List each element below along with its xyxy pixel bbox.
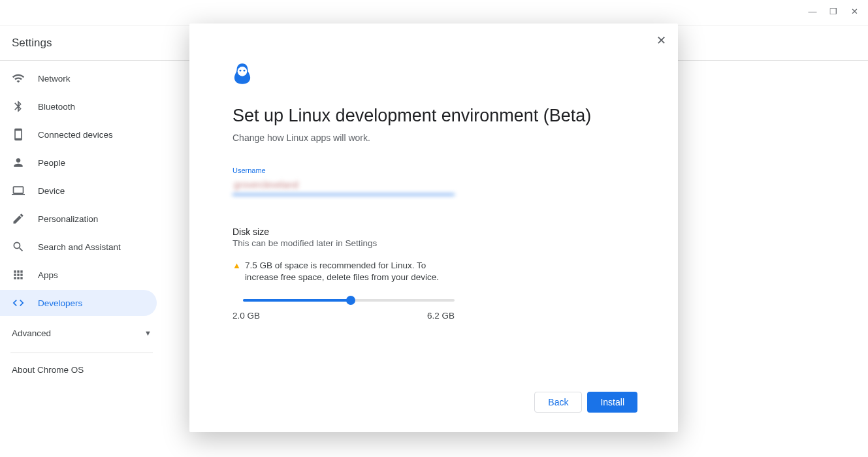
sidebar-divider <box>10 353 153 353</box>
devices-icon <box>12 128 25 141</box>
sidebar-item-label: Developers <box>38 298 82 308</box>
sidebar-item-apps[interactable]: Apps <box>0 262 157 288</box>
page-title: Settings <box>12 37 52 50</box>
slider-max-label: 6.2 GB <box>427 311 455 321</box>
bluetooth-icon <box>12 100 25 113</box>
warning-icon: ▲ <box>233 260 241 283</box>
sidebar-item-network[interactable]: Network <box>0 65 157 91</box>
sidebar-item-search-assistant[interactable]: Search and Assistant <box>0 234 157 260</box>
dialog-subtitle: Change how Linux apps will work. <box>233 133 635 143</box>
username-input[interactable] <box>233 176 455 195</box>
sidebar-item-developers[interactable]: Developers <box>0 290 157 316</box>
disk-size-sublabel: This can be modified later in Settings <box>233 238 635 248</box>
sidebar-item-label: Apps <box>38 270 58 280</box>
svg-point-2 <box>244 70 246 72</box>
tab-strip <box>0 0 868 26</box>
sidebar-item-label: People <box>38 158 65 168</box>
disk-warning-text: 7.5 GB of space is recommended for Linux… <box>245 260 455 283</box>
sidebar-item-connected-devices[interactable]: Connected devices <box>0 121 157 148</box>
sidebar-item-label: Network <box>38 74 71 84</box>
sidebar-about-label: About Chrome OS <box>12 365 84 375</box>
username-label: Username <box>233 166 635 174</box>
code-icon <box>12 296 25 309</box>
dialog-close-button[interactable]: ✕ <box>653 33 669 48</box>
settings-sidebar: Network Bluetooth Connected devices Peop… <box>0 61 163 381</box>
dialog-actions: Back Install <box>534 392 637 413</box>
dialog-title: Set up Linux development environment (Be… <box>233 106 635 126</box>
back-button[interactable]: Back <box>534 392 582 413</box>
sidebar-item-people[interactable]: People <box>0 150 157 176</box>
pencil-icon <box>12 212 25 225</box>
close-icon: ✕ <box>656 33 666 48</box>
window-controls: — ❐ ✕ <box>799 0 868 22</box>
sidebar-advanced-label: Advanced <box>12 328 51 338</box>
wifi-icon <box>12 72 25 85</box>
chevron-down-icon: ▼ <box>144 329 152 337</box>
svg-point-1 <box>240 70 242 72</box>
sidebar-item-label: Search and Assistant <box>38 242 121 252</box>
sidebar-item-label: Device <box>38 186 65 196</box>
penguin-icon <box>233 63 252 85</box>
slider-thumb[interactable] <box>346 296 355 305</box>
maximize-icon[interactable]: ❐ <box>829 7 838 16</box>
sidebar-item-personalization[interactable]: Personalization <box>0 206 157 232</box>
laptop-icon <box>12 184 25 197</box>
slider-fill <box>243 299 351 302</box>
install-button[interactable]: Install <box>587 392 637 413</box>
close-window-icon[interactable]: ✕ <box>850 7 859 16</box>
disk-size-slider[interactable] <box>243 299 455 302</box>
sidebar-item-device[interactable]: Device <box>0 178 157 204</box>
sidebar-advanced-toggle[interactable]: Advanced ▼ <box>0 320 163 346</box>
sidebar-about[interactable]: About Chrome OS <box>0 358 163 381</box>
svg-point-0 <box>238 67 248 76</box>
apps-icon <box>12 268 25 281</box>
sidebar-item-bluetooth[interactable]: Bluetooth <box>0 93 157 119</box>
person-icon <box>12 156 25 169</box>
minimize-icon[interactable]: — <box>808 7 817 16</box>
slider-min-label: 2.0 GB <box>233 311 260 321</box>
disk-warning: ▲ 7.5 GB of space is recommended for Lin… <box>233 260 455 283</box>
sidebar-item-label: Personalization <box>38 214 98 224</box>
disk-size-label: Disk size <box>233 227 635 237</box>
sidebar-item-label: Bluetooth <box>38 102 75 112</box>
linux-setup-dialog: ✕ Set up Linux development environment (… <box>189 24 678 432</box>
search-icon <box>12 240 25 253</box>
sidebar-item-label: Connected devices <box>38 130 113 140</box>
